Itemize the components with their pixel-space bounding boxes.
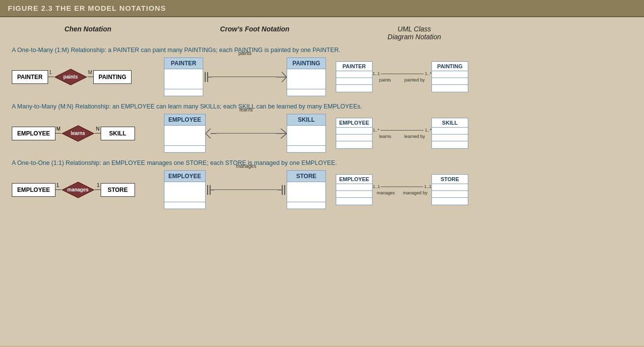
section-1-desc: A One-to-Many (1:M) Relationship: a PAIN… — [12, 47, 632, 53]
crow-entity-store: STORE — [287, 170, 326, 209]
crow-one-symbol-left — [203, 70, 212, 84]
section-many-to-many: A Many-to-Many (M:N) Relationship: an EM… — [12, 103, 632, 153]
chen-header: Chen Notation — [12, 25, 164, 41]
uml-mn: EMPLOYEE 1..* 1..* learns learned by — [336, 118, 468, 149]
section-one-to-many: A One-to-Many (1:M) Relationship: a PAIN… — [12, 47, 632, 96]
section-2-diagrams: EMPLOYEE M learns N SKILL — [12, 114, 632, 153]
svg-line-5 — [282, 72, 287, 77]
uml-1m: PAINTER 1..1 1..* paints painted by — [336, 61, 468, 92]
chen-entity-painting: PAINTING — [93, 70, 132, 84]
chen-rel-label-1: paints — [63, 74, 78, 80]
uml-line-11 — [381, 187, 423, 187]
chen-11: EMPLOYEE 1 manages 1 STORE — [12, 181, 154, 199]
crow-11: EMPLOYEE manages — [164, 170, 326, 209]
chen-entity-employee: EMPLOYEE — [12, 127, 55, 140]
crow-label-mn: learns — [240, 107, 253, 112]
uml-mult-mn-left: 1..* — [373, 128, 379, 133]
uml-painting-header: PAINTING — [432, 62, 468, 71]
uml-employee-11-header: EMPLOYEE — [336, 175, 372, 184]
uml-employee-header: EMPLOYEE — [336, 118, 372, 128]
uml-painter-header: PAINTER — [336, 62, 372, 71]
chen-rel-label-2: learns — [71, 131, 85, 136]
crow-entity-employee-11: EMPLOYEE — [164, 170, 206, 209]
chen-diamond-manages: manages — [61, 181, 95, 199]
crow-many-left-mn — [206, 126, 216, 141]
figure-header: FIGURE 2.3 THE ER MODEL NOTATIONS — [0, 0, 644, 17]
uml-header: UML Class Diagram Notation — [346, 25, 483, 41]
svg-line-6 — [282, 77, 287, 82]
chen-label-1-left: 1 — [49, 70, 52, 75]
uml-label-11-right: managed by — [403, 190, 428, 195]
figure-body: Chen Notation Crow’s Foot Notation UML C… — [0, 17, 644, 346]
section-3-diagrams: EMPLOYEE 1 manages 1 STORE — [12, 170, 632, 209]
section-2-desc: A Many-to-Many (M:N) Relationship: an EM… — [12, 103, 632, 110]
uml-label-1m-left: paints — [379, 78, 391, 82]
crow-header: Crow’s Foot Notation — [164, 25, 346, 41]
uml-label-mn-right: learned by — [404, 134, 425, 139]
crow-entity-painting: PAINTING — [287, 57, 326, 96]
chen-label-3-left: 1 — [56, 183, 59, 188]
uml-store-header: STORE — [432, 175, 468, 184]
chen-diamond-paints: paints — [54, 68, 87, 86]
crow-line-1m — [212, 77, 276, 78]
crow-mn: EMPLOYEE learns — [164, 114, 326, 153]
crow-entity-employee: EMPLOYEE — [164, 114, 206, 153]
uml-line-1m — [381, 74, 424, 74]
chen-1m: PAINTER 1 paints M PAINTING — [12, 68, 154, 86]
crow-label-11: manages — [236, 163, 256, 169]
crow-entity-skill-header: SKILL — [287, 114, 325, 126]
crow-entity-employee-header: EMPLOYEE — [164, 114, 205, 126]
chen-mn: EMPLOYEE M learns N SKILL — [12, 125, 154, 142]
uml-11: EMPLOYEE 1..1 1..1 manages managed by — [336, 174, 468, 205]
svg-line-11 — [206, 133, 211, 138]
uml-line-mn — [380, 130, 424, 131]
crow-entity-skill: SKILL — [287, 114, 326, 153]
uml-skill-header: SKILL — [432, 118, 468, 128]
chen-label-3-right: 1 — [97, 183, 100, 188]
crow-many-symbol-right — [276, 70, 287, 84]
section-one-to-one: A One-to-One (1:1) Relationship: an EMPL… — [12, 160, 632, 209]
uml-entity-store: STORE — [431, 174, 468, 205]
chen-label-2-left: M — [56, 126, 60, 132]
crow-entity-employee-11-header: EMPLOYEE — [164, 171, 205, 182]
uml-label-mn-left: learns — [379, 134, 391, 139]
section-1-diagrams: PAINTER 1 paints M PAINTING — [12, 57, 632, 96]
crow-entity-store-header: STORE — [287, 171, 325, 182]
crow-line-mn — [216, 133, 276, 134]
svg-line-10 — [206, 129, 211, 133]
uml-entity-skill: SKILL — [431, 118, 468, 149]
uml-mult-1m-right: 1..* — [425, 71, 431, 76]
chen-entity-skill: SKILL — [101, 127, 135, 140]
crow-line-11 — [215, 189, 278, 190]
crow-one-right-11 — [278, 183, 287, 197]
crow-one-left-11 — [206, 183, 215, 197]
figure-title: FIGURE 2.3 THE ER MODEL NOTATIONS — [8, 4, 166, 12]
uml-label-11-left: manages — [376, 190, 395, 195]
chen-entity-employee-11: EMPLOYEE — [12, 183, 55, 197]
uml-entity-painting: PAINTING — [431, 61, 468, 92]
svg-line-14 — [281, 133, 287, 138]
crow-1m: PAINTER paints — [164, 57, 326, 96]
crow-entity-painting-header: PAINTING — [287, 58, 325, 69]
uml-entity-employee: EMPLOYEE — [336, 118, 373, 149]
uml-mult-mn-right: 1..* — [425, 128, 431, 133]
uml-mult-11-left: 1..1 — [373, 184, 380, 189]
uml-label-1m-right: painted by — [404, 78, 425, 82]
chen-entity-painter: PAINTER — [12, 70, 48, 84]
crow-entity-painter: PAINTER — [164, 57, 203, 96]
uml-mult-11-right: 1..1 — [424, 184, 431, 189]
chen-label-1-right: M — [88, 70, 92, 75]
chen-rel-label-3: manages — [67, 187, 88, 192]
column-headers: Chen Notation Crow’s Foot Notation UML C… — [12, 25, 632, 41]
chen-entity-store: STORE — [101, 183, 135, 197]
crow-label-1m: paints — [239, 51, 252, 56]
chen-label-2-right: N — [96, 126, 99, 132]
uml-entity-painter: PAINTER — [336, 61, 373, 92]
uml-entity-employee-11: EMPLOYEE — [336, 174, 373, 205]
uml-mult-1m-left: 1..1 — [373, 71, 380, 76]
section-3-desc: A One-to-One (1:1) Relationship: an EMPL… — [12, 160, 632, 166]
crow-many-right-mn — [276, 126, 287, 141]
svg-line-13 — [281, 129, 287, 133]
chen-diamond-learns: learns — [61, 125, 95, 142]
crow-entity-painter-header: PAINTER — [164, 58, 203, 69]
